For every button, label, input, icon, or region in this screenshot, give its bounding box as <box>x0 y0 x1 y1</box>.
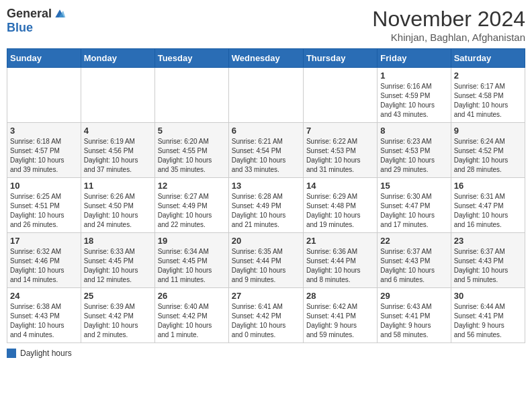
calendar-day-cell: 10Sunrise: 6:25 AM Sunset: 4:51 PM Dayli… <box>7 178 81 233</box>
calendar-week-row: 3Sunrise: 6:18 AM Sunset: 4:57 PM Daylig… <box>7 123 525 178</box>
day-info: Sunrise: 6:41 AM Sunset: 4:42 PM Dayligh… <box>232 302 300 340</box>
calendar-day-cell: 2Sunrise: 6:17 AM Sunset: 4:58 PM Daylig… <box>451 68 525 123</box>
day-number: 6 <box>232 126 300 136</box>
calendar-day-cell: 26Sunrise: 6:40 AM Sunset: 4:42 PM Dayli… <box>154 288 228 343</box>
day-info: Sunrise: 6:31 AM Sunset: 4:47 PM Dayligh… <box>454 192 522 230</box>
day-info: Sunrise: 6:30 AM Sunset: 4:47 PM Dayligh… <box>380 192 447 230</box>
calendar-day-cell: 12Sunrise: 6:27 AM Sunset: 4:49 PM Dayli… <box>154 178 228 233</box>
calendar-day-cell: 25Sunrise: 6:39 AM Sunset: 4:42 PM Dayli… <box>81 288 154 343</box>
day-number: 11 <box>84 181 152 191</box>
calendar-day-cell: 5Sunrise: 6:20 AM Sunset: 4:55 PM Daylig… <box>154 123 228 178</box>
day-number: 19 <box>158 236 226 246</box>
day-info: Sunrise: 6:27 AM Sunset: 4:49 PM Dayligh… <box>158 192 226 230</box>
day-info: Sunrise: 6:34 AM Sunset: 4:45 PM Dayligh… <box>158 247 226 285</box>
weekday-header-cell: Thursday <box>303 49 377 68</box>
calendar-day-cell: 7Sunrise: 6:22 AM Sunset: 4:53 PM Daylig… <box>303 123 377 178</box>
day-info: Sunrise: 6:23 AM Sunset: 4:53 PM Dayligh… <box>380 137 447 175</box>
calendar-day-cell: 3Sunrise: 6:18 AM Sunset: 4:57 PM Daylig… <box>7 123 81 178</box>
calendar-day-cell: 15Sunrise: 6:30 AM Sunset: 4:47 PM Dayli… <box>378 178 451 233</box>
title-block: November 2024 Khinjan, Baghlan, Afghanis… <box>372 7 525 43</box>
calendar-table: SundayMondayTuesdayWednesdayThursdayFrid… <box>7 48 525 343</box>
calendar-day-cell: 29Sunrise: 6:43 AM Sunset: 4:41 PM Dayli… <box>378 288 451 343</box>
calendar-body: 1Sunrise: 6:16 AM Sunset: 4:59 PM Daylig… <box>7 68 525 343</box>
day-number: 30 <box>454 291 522 301</box>
day-number: 16 <box>454 181 522 191</box>
weekday-header-row: SundayMondayTuesdayWednesdayThursdayFrid… <box>7 49 525 68</box>
calendar-day-cell <box>303 68 377 123</box>
day-number: 23 <box>454 236 522 246</box>
day-number: 18 <box>84 236 152 246</box>
calendar-week-row: 24Sunrise: 6:38 AM Sunset: 4:43 PM Dayli… <box>7 288 525 343</box>
day-number: 10 <box>10 181 78 191</box>
day-info: Sunrise: 6:33 AM Sunset: 4:45 PM Dayligh… <box>84 247 152 285</box>
calendar-day-cell: 1Sunrise: 6:16 AM Sunset: 4:59 PM Daylig… <box>378 68 451 123</box>
calendar-day-cell: 22Sunrise: 6:37 AM Sunset: 4:43 PM Dayli… <box>378 233 451 288</box>
day-number: 26 <box>158 291 226 301</box>
day-number: 27 <box>232 291 300 301</box>
logo: General Blue <box>7 7 66 35</box>
day-info: Sunrise: 6:43 AM Sunset: 4:41 PM Dayligh… <box>380 302 447 340</box>
day-info: Sunrise: 6:37 AM Sunset: 4:43 PM Dayligh… <box>380 247 447 285</box>
page-header: General Blue November 2024 Khinjan, Bagh… <box>7 7 525 43</box>
calendar-day-cell: 23Sunrise: 6:37 AM Sunset: 4:43 PM Dayli… <box>451 233 525 288</box>
weekday-header-cell: Tuesday <box>154 49 228 68</box>
day-number: 28 <box>306 291 374 301</box>
day-info: Sunrise: 6:38 AM Sunset: 4:43 PM Dayligh… <box>10 302 78 340</box>
day-info: Sunrise: 6:28 AM Sunset: 4:49 PM Dayligh… <box>232 192 300 230</box>
day-info: Sunrise: 6:20 AM Sunset: 4:55 PM Dayligh… <box>158 137 226 175</box>
calendar-day-cell: 27Sunrise: 6:41 AM Sunset: 4:42 PM Dayli… <box>228 288 303 343</box>
day-info: Sunrise: 6:16 AM Sunset: 4:59 PM Dayligh… <box>380 82 447 120</box>
calendar-day-cell: 20Sunrise: 6:35 AM Sunset: 4:44 PM Dayli… <box>228 233 303 288</box>
calendar-day-cell: 4Sunrise: 6:19 AM Sunset: 4:56 PM Daylig… <box>81 123 154 178</box>
day-info: Sunrise: 6:32 AM Sunset: 4:46 PM Dayligh… <box>10 247 78 285</box>
day-info: Sunrise: 6:36 AM Sunset: 4:44 PM Dayligh… <box>306 247 374 285</box>
weekday-header-cell: Friday <box>378 49 451 68</box>
day-number: 2 <box>454 71 522 81</box>
calendar-day-cell: 28Sunrise: 6:42 AM Sunset: 4:41 PM Dayli… <box>303 288 377 343</box>
day-info: Sunrise: 6:39 AM Sunset: 4:42 PM Dayligh… <box>84 302 152 340</box>
day-info: Sunrise: 6:44 AM Sunset: 4:41 PM Dayligh… <box>454 302 522 340</box>
calendar-day-cell: 9Sunrise: 6:24 AM Sunset: 4:52 PM Daylig… <box>451 123 525 178</box>
weekday-header-cell: Saturday <box>451 49 525 68</box>
footer: Daylight hours <box>7 349 525 358</box>
day-number: 15 <box>380 181 447 191</box>
day-number: 22 <box>380 236 447 246</box>
calendar-day-cell: 24Sunrise: 6:38 AM Sunset: 4:43 PM Dayli… <box>7 288 81 343</box>
calendar-day-cell: 8Sunrise: 6:23 AM Sunset: 4:53 PM Daylig… <box>378 123 451 178</box>
day-info: Sunrise: 6:21 AM Sunset: 4:54 PM Dayligh… <box>232 137 300 175</box>
logo-general-text: General <box>7 7 52 21</box>
calendar-day-cell: 18Sunrise: 6:33 AM Sunset: 4:45 PM Dayli… <box>81 233 154 288</box>
weekday-header-cell: Wednesday <box>228 49 303 68</box>
calendar-week-row: 17Sunrise: 6:32 AM Sunset: 4:46 PM Dayli… <box>7 233 525 288</box>
calendar-day-cell <box>7 68 81 123</box>
day-number: 9 <box>454 126 522 136</box>
day-info: Sunrise: 6:37 AM Sunset: 4:43 PM Dayligh… <box>454 247 522 285</box>
calendar-day-cell <box>81 68 154 123</box>
day-number: 20 <box>232 236 300 246</box>
day-number: 13 <box>232 181 300 191</box>
day-info: Sunrise: 6:25 AM Sunset: 4:51 PM Dayligh… <box>10 192 78 230</box>
day-number: 14 <box>306 181 374 191</box>
calendar-day-cell: 21Sunrise: 6:36 AM Sunset: 4:44 PM Dayli… <box>303 233 377 288</box>
day-number: 25 <box>84 291 152 301</box>
logo-blue-text: Blue <box>7 21 33 35</box>
day-number: 29 <box>380 291 447 301</box>
day-number: 21 <box>306 236 374 246</box>
calendar-day-cell: 17Sunrise: 6:32 AM Sunset: 4:46 PM Dayli… <box>7 233 81 288</box>
day-number: 7 <box>306 126 374 136</box>
day-number: 1 <box>380 71 447 81</box>
day-info: Sunrise: 6:17 AM Sunset: 4:58 PM Dayligh… <box>454 82 522 120</box>
day-number: 12 <box>158 181 226 191</box>
day-info: Sunrise: 6:24 AM Sunset: 4:52 PM Dayligh… <box>454 137 522 175</box>
day-number: 4 <box>84 126 152 136</box>
day-info: Sunrise: 6:19 AM Sunset: 4:56 PM Dayligh… <box>84 137 152 175</box>
day-info: Sunrise: 6:18 AM Sunset: 4:57 PM Dayligh… <box>10 137 78 175</box>
day-info: Sunrise: 6:26 AM Sunset: 4:50 PM Dayligh… <box>84 192 152 230</box>
day-info: Sunrise: 6:22 AM Sunset: 4:53 PM Dayligh… <box>306 137 374 175</box>
day-number: 8 <box>380 126 447 136</box>
logo-icon <box>53 7 66 21</box>
day-info: Sunrise: 6:40 AM Sunset: 4:42 PM Dayligh… <box>158 302 226 340</box>
calendar-day-cell: 13Sunrise: 6:28 AM Sunset: 4:49 PM Dayli… <box>228 178 303 233</box>
day-info: Sunrise: 6:29 AM Sunset: 4:48 PM Dayligh… <box>306 192 374 230</box>
calendar-week-row: 1Sunrise: 6:16 AM Sunset: 4:59 PM Daylig… <box>7 68 525 123</box>
